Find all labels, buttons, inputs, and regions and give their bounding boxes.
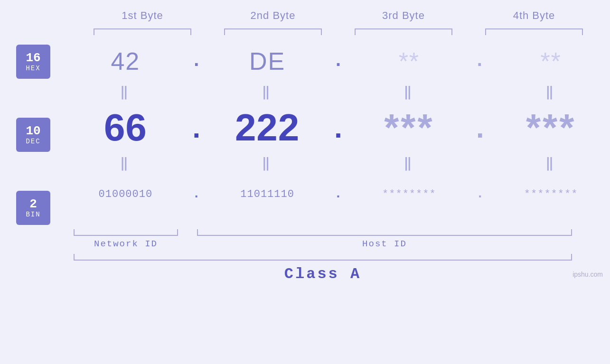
hex-value-3: ** bbox=[399, 47, 420, 75]
dec-cell-2: 222 bbox=[208, 106, 327, 149]
outer-bottom-bracket bbox=[74, 254, 572, 261]
bin-dot-1: . bbox=[185, 187, 208, 201]
bin-badge-number: 2 bbox=[29, 197, 37, 211]
network-id-label: Network ID bbox=[74, 239, 178, 249]
hex-cell-4: ** bbox=[492, 47, 610, 75]
content-area: 16 HEX 10 DEC 2 BIN 42 . DE bbox=[0, 40, 610, 225]
hex-badge-label: HEX bbox=[26, 65, 40, 72]
bin-value-3: ******** bbox=[382, 188, 436, 200]
eq-4: ‖ bbox=[545, 84, 556, 100]
byte-labels-row: 1st Byte 2nd Byte 3rd Byte 4th Byte bbox=[77, 9, 600, 22]
bin-cell-3: ******** bbox=[350, 188, 469, 200]
eq-cell-2: ‖ bbox=[208, 84, 327, 100]
dec-value-1: 66 bbox=[104, 106, 147, 149]
dec-value-4: *** bbox=[526, 106, 576, 149]
hex-dot-3: . bbox=[468, 52, 492, 71]
equals-row-1: ‖ ‖ ‖ ‖ bbox=[66, 83, 610, 102]
bracket-gap bbox=[178, 229, 197, 236]
bin-value-2: 11011110 bbox=[240, 188, 294, 200]
hex-values-row: 42 . DE . ** . ** bbox=[66, 40, 610, 83]
hex-dot-2: . bbox=[327, 52, 350, 71]
equals-row-2: ‖ ‖ ‖ ‖ bbox=[66, 154, 610, 173]
eq-cell-8: ‖ bbox=[492, 155, 610, 171]
dec-value-2: 222 bbox=[235, 106, 300, 149]
bracket-cell-4 bbox=[469, 26, 600, 35]
hex-value-2: DE bbox=[249, 47, 285, 75]
eq-cell-1: ‖ bbox=[66, 84, 185, 100]
bracket-cell-1 bbox=[77, 26, 208, 35]
outer-bottom-bracket-row bbox=[74, 254, 596, 261]
eq-2: ‖ bbox=[262, 84, 273, 100]
byte-label-4: 4th Byte bbox=[469, 9, 600, 22]
byte-label-1: 1st Byte bbox=[77, 9, 208, 22]
eq-6: ‖ bbox=[262, 155, 273, 171]
watermark: ipshu.com bbox=[572, 271, 603, 278]
badges-column: 16 HEX 10 DEC 2 BIN bbox=[0, 40, 66, 225]
bin-cell-1: 01000010 bbox=[66, 188, 185, 200]
dec-cell-3: *** bbox=[350, 106, 469, 149]
eq-cell-3: ‖ bbox=[350, 84, 469, 100]
byte-label-3: 3rd Byte bbox=[338, 9, 469, 22]
eq-7: ‖ bbox=[404, 155, 414, 171]
hex-cell-2: DE bbox=[208, 47, 327, 75]
hex-badge: 16 HEX bbox=[16, 45, 50, 79]
eq-3: ‖ bbox=[404, 84, 414, 100]
hex-cell-1: 42 bbox=[66, 47, 185, 75]
eq-cell-6: ‖ bbox=[208, 155, 327, 171]
hex-value-1: 42 bbox=[111, 47, 140, 75]
dec-cell-1: 66 bbox=[66, 106, 185, 149]
dec-badge: 10 DEC bbox=[16, 118, 50, 152]
hex-value-4: ** bbox=[540, 47, 561, 75]
eq-5: ‖ bbox=[120, 155, 131, 171]
eq-cell-5: ‖ bbox=[66, 155, 185, 171]
bin-cell-4: ******** bbox=[492, 188, 610, 200]
hex-badge-number: 16 bbox=[26, 51, 40, 65]
network-host-labels: Network ID Host ID bbox=[74, 239, 596, 249]
top-bracket-3 bbox=[355, 28, 452, 35]
bin-cell-2: 11011110 bbox=[208, 188, 327, 200]
values-grid: 42 . DE . ** . ** ‖ bbox=[66, 40, 610, 225]
eq-8: ‖ bbox=[545, 155, 556, 171]
top-bracket-2 bbox=[224, 28, 322, 35]
bin-values-row: 01000010 . 11011110 . ******** . *******… bbox=[66, 173, 610, 215]
dec-value-3: *** bbox=[384, 106, 434, 149]
class-label-row: Class A bbox=[74, 265, 572, 283]
dec-cell-4: *** bbox=[492, 106, 610, 149]
bin-badge: 2 BIN bbox=[16, 191, 50, 225]
top-brackets-row bbox=[77, 26, 600, 35]
top-bracket-1 bbox=[94, 28, 191, 35]
dec-badge-label: DEC bbox=[26, 138, 40, 145]
eq-cell-7: ‖ bbox=[350, 155, 469, 171]
top-bracket-4 bbox=[485, 28, 583, 35]
eq-1: ‖ bbox=[120, 84, 131, 100]
main-container: 1st Byte 2nd Byte 3rd Byte 4th Byte 16 H… bbox=[0, 0, 610, 364]
hex-dot-1: . bbox=[185, 52, 208, 71]
dec-badge-number: 10 bbox=[26, 124, 40, 138]
dec-dot-1: . bbox=[185, 116, 208, 144]
host-id-label: Host ID bbox=[197, 239, 572, 249]
class-label: Class A bbox=[284, 265, 361, 283]
dec-values-row: 66 . 222 . *** . *** bbox=[66, 102, 610, 154]
host-bottom-bracket bbox=[197, 229, 572, 236]
network-host-brackets bbox=[74, 229, 596, 236]
dec-dot-3: . bbox=[468, 116, 492, 144]
hex-cell-3: ** bbox=[350, 47, 469, 75]
byte-label-2: 2nd Byte bbox=[208, 9, 338, 22]
network-bottom-bracket bbox=[74, 229, 178, 236]
dec-dot-2: . bbox=[327, 116, 350, 144]
bin-value-1: 01000010 bbox=[99, 188, 153, 200]
bin-badge-label: BIN bbox=[26, 211, 40, 218]
bin-value-4: ******** bbox=[524, 188, 578, 200]
bottom-section: Network ID Host ID Class A ipshu.com bbox=[0, 227, 610, 283]
bin-dot-3: . bbox=[468, 187, 492, 201]
bin-dot-2: . bbox=[327, 187, 350, 201]
eq-cell-4: ‖ bbox=[492, 84, 610, 100]
bracket-cell-2 bbox=[208, 26, 338, 35]
bracket-cell-3 bbox=[338, 26, 469, 35]
